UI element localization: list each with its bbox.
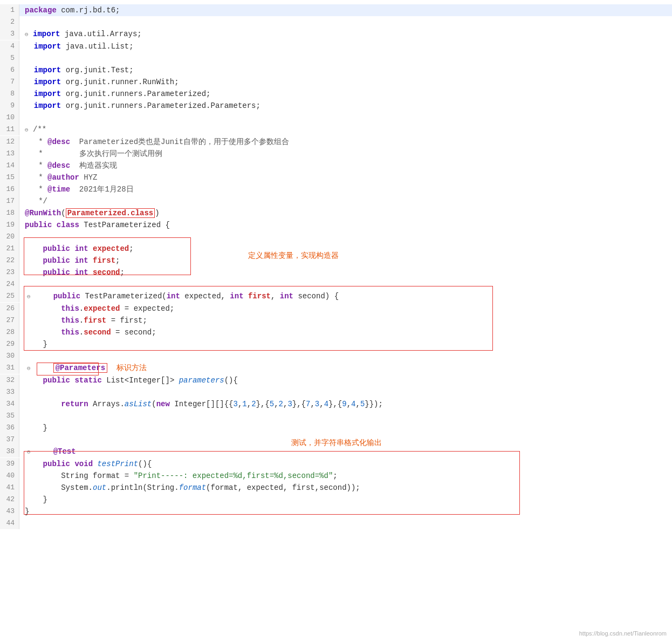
code-line-17: 17 */ [0, 195, 672, 207]
line-content-21: public int expected; [19, 243, 672, 255]
code-line-23: 23 public int second; [0, 267, 672, 278]
line-number-29: 29 [0, 338, 19, 350]
line-content-18: @RunWith(Parameterized.class) [19, 207, 672, 219]
line-number-35: 35 [0, 410, 19, 422]
code-line-34: 34 return Arrays.asList(new Integer[][]{… [0, 398, 672, 410]
line-number-10: 10 [0, 112, 19, 124]
line-number-16: 16 [0, 183, 19, 195]
code-line-9: 9 import org.junit.runners.Parameterized… [0, 100, 672, 112]
line-content-12: * @desc Parameterized类也是Junit自带的，用于使用多个参… [19, 136, 672, 148]
line-number-32: 32 [0, 374, 19, 386]
line-number-2: 2 [0, 16, 19, 28]
line-number-34: 34 [0, 398, 19, 410]
code-line-31: 31 ⊖ @Parameters 标识方法 [0, 362, 672, 374]
line-number-31: 31 [0, 362, 19, 374]
line-content-1: package com.rj.bd.t6; [19, 4, 672, 16]
line-number-37: 37 [0, 434, 19, 446]
line-content-14: * @desc 构造器实现 [19, 160, 672, 172]
line-content-19: public class TestParameterized { [19, 219, 672, 231]
line-content-25: ⊖ public TestParameterized(int expected,… [19, 290, 672, 303]
line-content-15: * @author HYZ [19, 172, 672, 183]
line-number-9: 9 [0, 100, 19, 112]
line-number-26: 26 [0, 303, 19, 315]
line-number-15: 15 [0, 172, 19, 183]
code-line-27: 27 this.first = first; [0, 315, 672, 326]
annotation-test-format: 测试，并字符串格式化输出 [291, 438, 382, 448]
code-line-28: 28 this.second = second; [0, 326, 672, 338]
code-line-30: 30 [0, 350, 672, 362]
code-line-10: 10 [0, 112, 672, 124]
line-content-36: } [19, 422, 672, 434]
code-line-16: 16 * @time 2021年1月28日 [0, 183, 672, 195]
line-content-40: String format = "Print-----: expected=%d… [19, 470, 672, 482]
code-line-11: 11 ⊖ /** [0, 124, 672, 136]
line-number-3: 3 [0, 28, 19, 40]
line-number-25: 25 [0, 290, 19, 302]
line-number-41: 41 [0, 482, 19, 494]
annotation-define-vars: 定义属性变量，实现构造器 [248, 251, 339, 261]
line-content-34: return Arrays.asList(new Integer[][]{{3,… [19, 398, 672, 410]
code-line-41: 41 System.out.println(String.format(form… [0, 482, 672, 494]
code-line-13: 13 * 多次执行同一个测试用例 [0, 148, 672, 160]
code-line-5: 5 [0, 52, 672, 64]
code-line-32: 32 public static List<Integer[]> paramet… [0, 374, 672, 386]
line-content-27: this.first = first; [19, 315, 672, 326]
line-content-6: import org.junit.Test; [19, 64, 672, 76]
line-number-44: 44 [0, 517, 19, 529]
line-number-38: 38 [0, 446, 19, 457]
line-number-12: 12 [0, 136, 19, 148]
line-content-26: this.expected = expected; [19, 303, 672, 315]
line-number-33: 33 [0, 386, 19, 398]
line-content-11: ⊖ /** [19, 124, 672, 136]
line-number-42: 42 [0, 494, 19, 506]
code-line-7: 7 import org.junit.runner.RunWith; [0, 76, 672, 88]
line-number-19: 19 [0, 219, 19, 231]
line-number-22: 22 [0, 255, 19, 267]
line-content-28: this.second = second; [19, 326, 672, 338]
line-number-1: 1 [0, 4, 19, 16]
code-line-19: 19 public class TestParameterized { [0, 219, 672, 231]
line-content-43: } [19, 506, 672, 517]
code-line-39: 39 public void testPrint(){ [0, 458, 672, 470]
line-number-14: 14 [0, 160, 19, 172]
line-number-17: 17 [0, 195, 19, 207]
line-content-13: * 多次执行同一个测试用例 [19, 148, 672, 160]
code-line-8: 8 import org.junit.runners.Parameterized… [0, 88, 672, 100]
line-content-23: public int second; [19, 267, 672, 278]
line-number-30: 30 [0, 350, 19, 362]
code-line-18: 18 @RunWith(Parameterized.class) [0, 207, 672, 219]
code-line-2: 2 [0, 16, 672, 28]
line-content-32: public static List<Integer[]> parameters… [19, 374, 672, 386]
code-line-14: 14 * @desc 构造器实现 [0, 160, 672, 172]
code-line-15: 15 * @author HYZ [0, 172, 672, 183]
line-number-4: 4 [0, 40, 19, 52]
line-content-22: public int first; [19, 255, 672, 267]
line-number-24: 24 [0, 278, 19, 290]
line-content-39: public void testPrint(){ [19, 458, 672, 470]
code-container: 1 package com.rj.bd.t6; 2 3 ⊖ import jav… [0, 0, 672, 642]
line-content-8: import org.junit.runners.Parameterized; [19, 88, 672, 100]
line-number-23: 23 [0, 267, 19, 278]
line-number-11: 11 [0, 124, 19, 135]
code-line-4: 4 import java.util.List; [0, 40, 672, 52]
code-line-26: 26 this.expected = expected; [0, 303, 672, 315]
code-line-35: 35 [0, 410, 672, 422]
line-number-6: 6 [0, 64, 19, 76]
code-line-3: 3 ⊖ import java.util.Arrays; [0, 28, 672, 40]
line-number-13: 13 [0, 148, 19, 160]
line-content-7: import org.junit.runner.RunWith; [19, 76, 672, 88]
code-line-29: 29 } [0, 338, 672, 350]
line-number-21: 21 [0, 243, 19, 255]
line-number-27: 27 [0, 315, 19, 326]
line-number-39: 39 [0, 458, 19, 470]
code-line-36: 36 } [0, 422, 672, 434]
code-line-12: 12 * @desc Parameterized类也是Junit自带的，用于使用… [0, 136, 672, 148]
code-line-6: 6 import org.junit.Test; [0, 64, 672, 76]
line-content-29: } [19, 338, 672, 350]
line-number-8: 8 [0, 88, 19, 100]
line-content-42: } [19, 494, 672, 506]
line-number-7: 7 [0, 76, 19, 88]
line-number-36: 36 [0, 422, 19, 434]
line-content-9: import org.junit.runners.Parameterized.P… [19, 100, 672, 112]
line-number-5: 5 [0, 52, 19, 64]
